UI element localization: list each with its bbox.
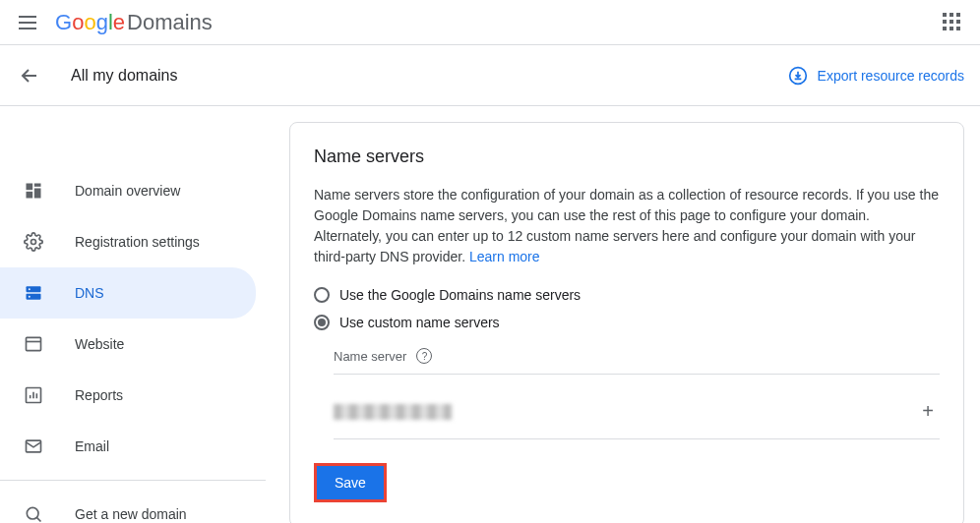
svg-rect-6 xyxy=(27,286,41,292)
logo-product-name: Domains xyxy=(127,10,213,35)
save-button[interactable]: Save xyxy=(317,466,384,499)
svg-rect-10 xyxy=(27,337,41,350)
radio-icon xyxy=(314,315,330,330)
svg-rect-4 xyxy=(27,192,33,199)
download-icon xyxy=(788,66,808,86)
svg-point-5 xyxy=(31,240,36,245)
sidebar-divider xyxy=(0,480,266,481)
website-icon xyxy=(22,332,45,356)
svg-rect-1 xyxy=(27,184,33,191)
sidebar-item-label: Email xyxy=(75,438,109,454)
content-area: Name servers Name servers store the conf… xyxy=(266,106,980,523)
name-server-input-row: + xyxy=(334,384,940,439)
help-icon[interactable]: ? xyxy=(416,348,432,364)
radio-custom-name-servers[interactable]: Use custom name servers xyxy=(314,315,940,330)
radio-icon xyxy=(314,287,330,303)
sidebar-item-label: Reports xyxy=(75,387,123,403)
export-records-link[interactable]: Export resource records xyxy=(788,66,964,86)
search-icon xyxy=(22,502,45,523)
back-arrow-icon[interactable] xyxy=(18,64,41,87)
name-server-section: Name server ? + xyxy=(334,348,940,439)
page-title: All my domains xyxy=(71,67,177,85)
name-server-label: Name server xyxy=(334,349,406,364)
sidebar-item-reports[interactable]: Reports xyxy=(0,370,256,421)
name-server-input[interactable] xyxy=(334,404,916,420)
sidebar-item-label: Get a new domain xyxy=(75,506,187,522)
sub-header: All my domains Export resource records xyxy=(0,45,980,106)
sidebar: Domain overview Registration settings DN… xyxy=(0,106,266,523)
email-icon xyxy=(22,435,45,458)
radio-label: Use custom name servers xyxy=(339,315,500,330)
radio-label: Use the Google Domains name servers xyxy=(339,287,581,303)
svg-point-9 xyxy=(29,296,31,298)
sidebar-item-email[interactable]: Email xyxy=(0,421,256,472)
sidebar-item-website[interactable]: Website xyxy=(0,319,256,370)
svg-rect-3 xyxy=(34,189,41,199)
apps-icon[interactable] xyxy=(941,11,964,34)
gear-icon xyxy=(22,230,45,254)
name-server-header: Name server ? xyxy=(334,348,940,375)
top-bar: Google Domains xyxy=(0,0,980,45)
learn-more-link[interactable]: Learn more xyxy=(469,249,540,264)
sidebar-item-label: Website xyxy=(75,336,124,352)
sidebar-item-label: DNS xyxy=(75,285,104,301)
reports-icon xyxy=(22,383,45,407)
radio-google-name-servers[interactable]: Use the Google Domains name servers xyxy=(314,287,940,303)
svg-point-8 xyxy=(29,288,31,290)
dns-icon xyxy=(22,281,45,305)
sub-header-left: All my domains xyxy=(18,64,177,87)
svg-rect-2 xyxy=(34,184,41,187)
menu-icon[interactable] xyxy=(16,11,39,34)
sidebar-item-domain-overview[interactable]: Domain overview xyxy=(0,165,256,216)
export-records-label: Export resource records xyxy=(818,68,964,84)
top-bar-left: Google Domains xyxy=(16,10,213,35)
dashboard-icon xyxy=(22,179,45,203)
card-description: Name servers store the configuration of … xyxy=(314,185,940,267)
sidebar-item-dns[interactable]: DNS xyxy=(0,267,256,319)
google-domains-logo[interactable]: Google Domains xyxy=(55,10,213,35)
sidebar-item-registration-settings[interactable]: Registration settings xyxy=(0,216,256,267)
add-name-server-button[interactable]: + xyxy=(916,400,940,423)
save-button-highlight: Save xyxy=(314,463,387,502)
sidebar-item-get-new-domain[interactable]: Get a new domain xyxy=(0,489,256,523)
card-title: Name servers xyxy=(314,146,940,167)
main-layout: Domain overview Registration settings DN… xyxy=(0,106,980,523)
svg-rect-7 xyxy=(27,294,41,300)
sidebar-item-label: Registration settings xyxy=(75,234,200,250)
sidebar-item-label: Domain overview xyxy=(75,183,180,199)
name-servers-card: Name servers Name servers store the conf… xyxy=(289,122,964,523)
svg-point-13 xyxy=(27,507,38,519)
